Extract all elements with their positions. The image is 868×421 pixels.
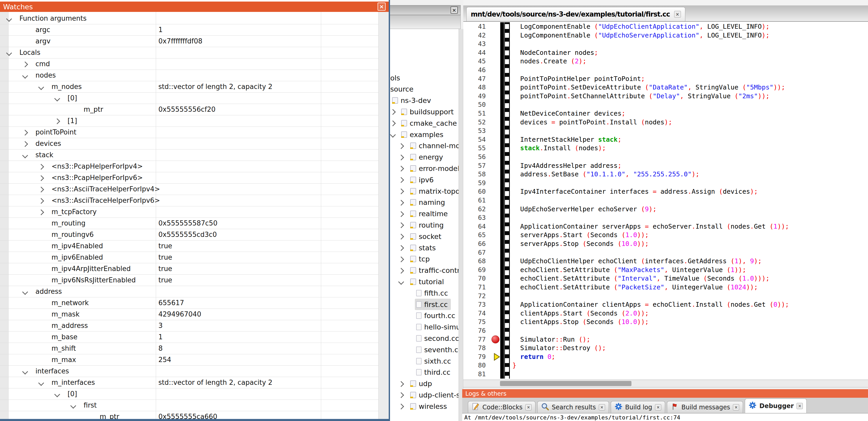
tree-item[interactable]: wireless <box>389 400 459 412</box>
chevron-right-icon[interactable] <box>398 177 404 183</box>
watch-row[interactable]: m_ipv4ArpJitterEnabledtrue <box>0 263 378 274</box>
code-line[interactable]: 41 LogComponentEnable ("UdpEchoClientApp… <box>463 22 868 31</box>
watch-row[interactable]: pointToPoint <box>0 127 378 138</box>
watch-row[interactable]: nodes <box>0 70 378 81</box>
chevron-right-icon[interactable] <box>38 187 44 193</box>
code-line[interactable]: 76 <box>463 326 868 335</box>
code-line[interactable]: 68 UdpEchoClientHelper echoClient (inter… <box>463 257 868 266</box>
tree-item[interactable]: matrix-topolo <box>389 186 459 197</box>
chevron-down-icon[interactable] <box>390 132 396 138</box>
tree-item[interactable]: energy <box>389 152 459 163</box>
line-number[interactable]: 46 <box>463 66 486 74</box>
chevron-right-icon[interactable] <box>390 109 396 115</box>
code-line[interactable]: 66 serverApps.Stop (Seconds (10.0)); <box>463 239 868 248</box>
tree-node[interactable]: tutorial <box>410 276 444 287</box>
chevron-down-icon[interactable] <box>398 279 404 285</box>
chevron-right-icon[interactable] <box>398 256 404 262</box>
tree-node[interactable]: matrix-topolo <box>410 186 459 197</box>
watch-row[interactable]: m_ipv6NsRsJitterEnabledtrue <box>0 274 378 286</box>
line-number[interactable]: 51 <box>463 109 486 118</box>
code-line[interactable]: 78 Simulator::Destroy (); <box>463 344 868 353</box>
tree-node[interactable]: second.cc <box>416 332 459 344</box>
line-number[interactable]: 55 <box>463 144 486 153</box>
line-number[interactable]: 63 <box>463 213 486 222</box>
watch-row[interactable]: m_ipv4Enabledtrue <box>0 240 378 252</box>
code-line[interactable]: 64 ApplicationContainer serverApps = ech… <box>463 222 868 231</box>
line-number[interactable]: 73 <box>463 300 486 309</box>
chevron-down-icon[interactable] <box>6 50 12 56</box>
tree-node[interactable]: realtime <box>410 208 448 220</box>
line-number[interactable]: 48 <box>463 83 486 92</box>
line-number[interactable]: 80 <box>463 361 486 370</box>
code-line[interactable]: 52 devices = pointToPoint.Install (nodes… <box>463 118 868 127</box>
line-number[interactable]: 65 <box>463 231 486 239</box>
watch-row[interactable]: argc1 <box>0 24 378 36</box>
code-line[interactable]: 61 <box>463 196 868 205</box>
chevron-right-icon[interactable] <box>390 121 396 126</box>
line-number[interactable]: 67 <box>463 248 486 257</box>
tree-node[interactable]: ipv6 <box>410 174 434 186</box>
line-number[interactable]: 60 <box>463 187 486 196</box>
watches-titlebar[interactable]: Watches × <box>0 2 389 12</box>
tree-node[interactable]: sixth.cc <box>416 355 451 367</box>
code-line[interactable]: 73 ApplicationContainer clientApps = ech… <box>463 300 868 309</box>
tree-item[interactable]: ipv6 <box>389 174 459 186</box>
chevron-right-icon[interactable] <box>398 381 404 387</box>
tree-item[interactable]: udp-client-ser <box>389 389 459 400</box>
watch-row[interactable]: m_ptr0x55555556cf20 <box>0 104 378 115</box>
line-number[interactable]: 47 <box>463 74 486 83</box>
code-line[interactable]: 46 <box>463 66 868 74</box>
logs-tab-code-blocks[interactable]: Code::Blocks× <box>468 401 535 413</box>
line-number[interactable]: 72 <box>463 292 486 300</box>
breakpoint-icon[interactable] <box>492 335 499 344</box>
tree-node[interactable]: energy <box>410 152 443 163</box>
line-number[interactable]: 52 <box>463 118 486 127</box>
line-number[interactable]: 42 <box>463 31 486 40</box>
line-number[interactable]: 45 <box>463 57 486 66</box>
chevron-down-icon[interactable] <box>22 153 28 159</box>
chevron-down-icon[interactable] <box>22 73 28 79</box>
chevron-right-icon[interactable] <box>398 404 404 410</box>
code-line[interactable]: 50 <box>463 100 868 109</box>
chevron-right-icon[interactable] <box>54 119 60 124</box>
line-number[interactable]: 54 <box>463 135 486 144</box>
line-number[interactable]: 49 <box>463 92 486 101</box>
editor-tab-first-cc[interactable]: mnt/dev/tools/source/ns-3-dev/examples/t… <box>466 7 685 21</box>
tree-node[interactable]: fifth.cc <box>416 287 448 299</box>
watch-row[interactable]: [0] <box>0 388 378 400</box>
chevron-right-icon[interactable] <box>398 222 404 228</box>
line-number[interactable]: 50 <box>463 100 486 109</box>
code-line[interactable]: 62 UdpEchoServerHelper echoServer (9); <box>463 205 868 214</box>
chevron-right-icon[interactable] <box>398 392 404 398</box>
line-number[interactable]: 74 <box>463 309 486 318</box>
close-icon[interactable]: × <box>674 11 681 18</box>
watch-row[interactable]: <ns3::AsciiTraceHelperForIpv6> <box>0 195 378 206</box>
line-number[interactable]: 70 <box>463 274 486 283</box>
watches-grid[interactable]: Function argumentsargc1argv0x7fffffffdf0… <box>0 12 378 419</box>
tree-node[interactable]: fourth.cc <box>416 310 455 321</box>
logs-tab-build-messages[interactable]: Build messages× <box>667 401 743 413</box>
logs-tab-build-log[interactable]: Build log× <box>611 401 665 413</box>
chevron-right-icon[interactable] <box>22 141 28 147</box>
watches-scrollbar[interactable] <box>378 12 389 419</box>
tree-item[interactable]: cmake_cache <box>389 118 459 129</box>
code-editor[interactable]: 41 LogComponentEnable ("UdpEchoClientApp… <box>463 22 868 380</box>
tree-item[interactable]: traffic-contro <box>389 265 459 276</box>
tree-node[interactable]: ols <box>390 72 400 84</box>
code-line[interactable]: 54 InternetStackHelper stack; <box>463 135 868 144</box>
line-number[interactable]: 68 <box>463 257 486 266</box>
code-line[interactable]: 42 LogComponentEnable ("UdpEchoServerApp… <box>463 31 868 40</box>
tree-item[interactable]: ns-3-dev <box>389 95 459 106</box>
watch-row[interactable]: first <box>0 400 378 411</box>
code-line[interactable]: 56 <box>463 153 868 161</box>
chevron-right-icon[interactable] <box>398 245 404 251</box>
watch-row[interactable]: [0] <box>0 93 378 104</box>
tree-item[interactable]: tcp <box>389 253 459 265</box>
line-number[interactable]: 41 <box>463 22 486 31</box>
chevron-right-icon[interactable] <box>38 198 44 204</box>
tree-node[interactable]: udp <box>410 378 432 389</box>
line-number[interactable]: 44 <box>463 48 486 57</box>
tree-item[interactable]: realtime <box>389 208 459 220</box>
tree-item[interactable]: buildsupport <box>389 106 459 118</box>
tree-node[interactable]: examples <box>401 129 443 140</box>
